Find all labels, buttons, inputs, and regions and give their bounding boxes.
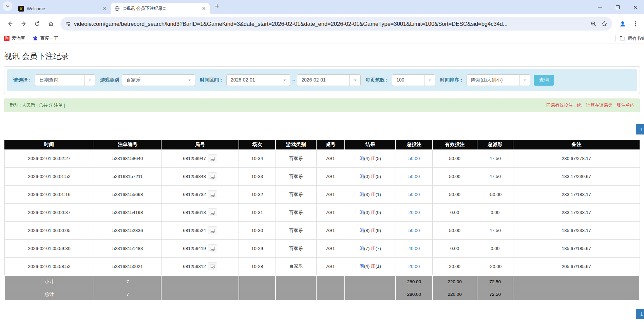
search-button[interactable]: 查询 (534, 75, 554, 86)
date-end-select[interactable]: 2026-02-01 (297, 74, 361, 86)
total-bet-link[interactable]: 40.00 (408, 246, 420, 251)
cell-session: 10-33 (239, 167, 276, 185)
total-bet-link[interactable]: 20.00 (408, 264, 420, 269)
round-number: 681256613 (183, 210, 206, 215)
result-player: 闲 (359, 156, 364, 161)
all-bookmarks-label: 所有书签 (628, 35, 644, 41)
cell-valid-bet: 0.00 (433, 239, 477, 257)
total-bet-link[interactable]: 50.00 (408, 192, 420, 197)
select-type-label: 请选择： (13, 77, 32, 83)
page-1-button[interactable]: 1 (636, 309, 644, 319)
footer-count: 7 (94, 275, 161, 288)
date-range-label: 时间区间： (200, 77, 224, 83)
subtotal-row: 小计7280.00220.0072.50 (4, 275, 640, 288)
browser-menu-button[interactable] (630, 17, 641, 31)
cell-round-id: 681256419 (161, 239, 239, 257)
query-type-select[interactable]: 日期查询 (35, 74, 95, 86)
sort-select[interactable]: 降冪(由大到小) (467, 74, 530, 86)
total-bet-link[interactable]: 50.00 (408, 228, 420, 233)
zoom-icon[interactable] (591, 21, 596, 27)
cell-payout: -50.00 (477, 185, 513, 203)
video-replay-button[interactable] (208, 227, 217, 234)
result-banker: 庄 (371, 228, 376, 233)
total-bet-link[interactable]: 50.00 (408, 174, 420, 179)
close-tab-icon[interactable] (201, 5, 207, 12)
footer-empty (345, 288, 396, 301)
cell-total-bet: 20.00 (396, 203, 433, 221)
cell-result: 闲(4) 庄(5) (345, 149, 396, 167)
footer-payout: 72.50 (477, 288, 513, 301)
result-player: 闲 (359, 192, 364, 197)
bet-records-table: 时间注单编号局号场次游戏类别桌号结果总投注有效投注总派彩备注 2026-02-0… (4, 140, 640, 301)
cell-result: 闲(0) 庄(0) (345, 203, 396, 221)
page-1-button[interactable]: 1 (636, 124, 644, 134)
cell-table-no: AS1 (316, 167, 345, 185)
column-header: 备注 (513, 140, 640, 149)
result-player: 闲 (359, 246, 364, 251)
video-replay-button[interactable] (208, 155, 217, 162)
profile-avatar[interactable] (617, 18, 628, 30)
cell-remark: 233.17/233.17 (513, 203, 640, 221)
total-bet-link[interactable]: 50.00 (408, 156, 420, 161)
bookmark-label: 爱淘宝 (12, 35, 25, 41)
video-replay-button[interactable] (208, 263, 217, 270)
cell-valid-bet: 50.00 (433, 149, 477, 167)
cell-time: 2026-02-01 05:59:30 (4, 239, 94, 257)
game-type-select[interactable]: 百家乐 (122, 74, 195, 86)
cell-valid-bet: 50.00 (433, 221, 477, 239)
cell-round-id: 681256312 (161, 257, 239, 275)
forward-button[interactable] (17, 17, 31, 31)
window-controls (591, 0, 644, 14)
bookmark-item-baidu[interactable]: 百度一下 (33, 35, 58, 41)
tab-bet-record[interactable]: :::视讯 会员下注纪录::: (111, 3, 210, 14)
result-player-score: (4) (364, 156, 371, 161)
cell-game-type: 百家乐 (276, 239, 316, 257)
cell-game-type: 百家乐 (276, 257, 316, 275)
video-thumbnail-icon (210, 246, 215, 251)
footer-empty (239, 288, 276, 301)
site-settings-icon[interactable] (65, 21, 71, 26)
table-row: 2026-02-01 05:58:52523168150021681256312… (4, 257, 640, 275)
date-start-select[interactable]: 2026-02-01 (226, 74, 290, 86)
result-banker-score: (9) (376, 228, 381, 233)
url-text[interactable]: videoie.com/game/betrecord_search/kind3?… (74, 21, 508, 27)
new-tab-button[interactable] (212, 1, 222, 11)
column-header: 结果 (345, 140, 396, 149)
bookmark-star-icon[interactable] (601, 21, 607, 27)
url-bar[interactable]: videoie.com/game/betrecord_search/kind3?… (60, 17, 612, 31)
page-size-select[interactable]: 100 (392, 74, 435, 86)
footer-valid-bet: 220.00 (433, 288, 477, 301)
maximize-button[interactable] (609, 0, 626, 14)
back-button[interactable] (3, 17, 17, 31)
cell-bet-id: 523168154198 (94, 203, 161, 221)
cell-total-bet: 40.00 (396, 239, 433, 257)
cell-valid-bet: 20.00 (433, 257, 477, 275)
result-banker-score: (1) (376, 264, 381, 269)
result-player: 闲 (359, 264, 364, 269)
minimize-button[interactable] (591, 0, 609, 14)
cell-payout: 47.50 (477, 149, 513, 167)
cell-round-id: 681256848 (161, 167, 239, 185)
close-window-button[interactable] (626, 0, 644, 14)
tab-search-button[interactable] (3, 1, 12, 11)
minimize-icon (598, 7, 602, 7)
video-replay-button[interactable] (208, 191, 217, 198)
home-button[interactable] (44, 17, 58, 31)
cell-game-type: 百家乐 (276, 221, 316, 239)
video-replay-button[interactable] (208, 245, 217, 252)
result-banker: 庄 (371, 192, 376, 197)
total-bet-link[interactable]: 20.00 (408, 210, 420, 215)
video-thumbnail-icon (210, 192, 215, 197)
tab-welcome[interactable]: ♛ Welcome (15, 3, 111, 14)
video-replay-button[interactable] (208, 173, 217, 180)
footer-empty (239, 275, 276, 288)
video-replay-button[interactable] (208, 209, 217, 216)
round-number: 681256848 (183, 174, 206, 179)
bookmark-item-taobao[interactable]: 淘爱淘宝 (4, 35, 25, 41)
result-banker-score: (1) (376, 192, 381, 197)
reload-button[interactable] (31, 17, 44, 31)
footer-empty (345, 275, 396, 288)
all-bookmarks-button[interactable]: 所有书签 (615, 35, 644, 41)
close-tab-icon[interactable] (102, 5, 108, 12)
table-row: 2026-02-01 06:01:16523168155668681256732… (4, 185, 640, 203)
